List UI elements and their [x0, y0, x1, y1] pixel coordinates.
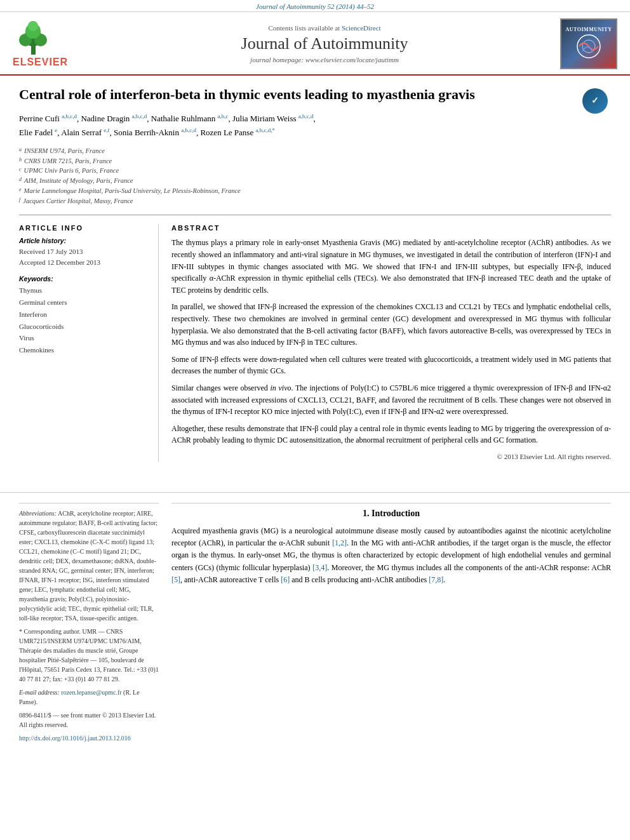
keyword-1: Thymus [19, 284, 148, 297]
article-keywords: Keywords: Thymus Germinal centers Interf… [19, 275, 148, 356]
affil-1: aINSERM U974, Paris, France [19, 146, 611, 156]
article-info-heading: ARTICLE INFO [19, 224, 148, 232]
abstract-para-2: In parallel, we showed that IFN-β increa… [171, 301, 611, 348]
elsevier-logo: ELSEVIER [13, 20, 89, 68]
abstract-para-1: The thymus plays a primary role in early… [171, 237, 611, 296]
doi-link[interactable]: http://dx.doi.org/10.1016/j.jaut.2013.12… [19, 735, 131, 742]
article-accepted: Accepted 12 December 2013 [19, 257, 148, 268]
email-text: E-mail address: rozen.lepanse@upmc.fr (R… [19, 688, 159, 707]
journal-citation-bar: Journal of Autoimmunity 52 (2014) 44–52 [0, 0, 630, 12]
keyword-4: Glucocorticoids [19, 321, 148, 333]
affil-4: dAIM, Institute of Myology, Paris, Franc… [19, 176, 611, 186]
authors-list: Perrine Cufi a,b,c,d, Nadine Dragin a,b,… [19, 112, 611, 140]
issn-text: 0896-8411/$ — see front matter © 2013 El… [19, 710, 159, 730]
keyword-3: Interferon [19, 309, 148, 321]
article-received: Received 17 July 2013 [19, 246, 148, 257]
keyword-5: Virus [19, 332, 148, 344]
crossmark-badge[interactable]: ✓ [579, 85, 611, 117]
science-direct-anchor[interactable]: ScienceDirect [342, 24, 381, 32]
email-link[interactable]: rozen.lepanse@upmc.fr [61, 689, 121, 696]
elsevier-tree-icon [13, 20, 54, 57]
keywords-list: Thymus Germinal centers Interferon Gluco… [19, 284, 148, 356]
elsevier-label: ELSEVIER [13, 57, 68, 68]
ref-5[interactable]: [5] [171, 575, 180, 584]
affil-2: bCNRS UMR 7215, Paris, France [19, 156, 611, 166]
main-bottom: Abbreviations: AChR, acetylcholine recep… [0, 503, 630, 747]
introduction-heading: 1. Introduction [171, 509, 611, 519]
keywords-heading: Keywords: [19, 275, 148, 283]
journal-header: ELSEVIER Contents lists available at Sci… [0, 12, 630, 76]
article-info-abstract: ARTICLE INFO Article history: Received 1… [19, 215, 611, 462]
svg-point-5 [28, 21, 38, 31]
affil-6: fJacques Cartier Hospital, Massy, France [19, 196, 611, 206]
science-direct-link: Contents lists available at ScienceDirec… [89, 24, 560, 32]
abstract-text: The thymus plays a primary role in early… [171, 237, 611, 462]
author-3: Nathalie Ruhlmann a,b,c [151, 114, 229, 123]
article-title: Central role of interferon-beta in thymi… [19, 85, 611, 104]
author-4: Julia Miriam Weiss a,b,c,d [232, 114, 314, 123]
affil-5: eMarie Lannelongue Hospital, Paris-Sud U… [19, 186, 611, 196]
author-5: Elie Fadel e [19, 128, 57, 137]
article-content: Central role of interferon-beta in thymi… [0, 76, 630, 482]
ref-1-2[interactable]: [1,2] [332, 538, 347, 547]
autoimmunity-logo-graphic [570, 34, 608, 59]
abstract-para-5: Altogether, these results demonstrate th… [171, 423, 611, 446]
author-6: Alain Serraf e,f [61, 128, 109, 137]
ref-6[interactable]: [6] [281, 575, 290, 584]
author-2: Nadine Dragin a,b,c,d [81, 114, 147, 123]
ref-3-4[interactable]: [3,4] [312, 563, 327, 572]
article-info-panel: ARTICLE INFO Article history: Received 1… [19, 224, 159, 462]
article-history-heading: Article history: [19, 237, 148, 244]
abstract-panel: ABSTRACT The thymus plays a primary role… [171, 224, 611, 462]
autoimmunity-logo: AUTOIMMUNITY [560, 18, 617, 69]
elsevier-tree-svg [13, 20, 54, 57]
abstract-heading: ABSTRACT [171, 224, 611, 232]
abbreviations-text: Abbreviations: AChR, acetylcholine recep… [19, 509, 159, 623]
introduction-text: Acquired myasthenia gravis (MG) is a neu… [171, 525, 611, 586]
autoimmunity-logo-text: AUTOIMMUNITY [566, 27, 612, 61]
journal-center: Contents lists available at ScienceDirec… [89, 24, 560, 63]
affil-3: cUPMC Univ Paris 6, Paris, France [19, 166, 611, 176]
journal-homepage: journal homepage: www.elsevier.com/locat… [89, 56, 560, 63]
svg-rect-0 [31, 45, 36, 55]
abstract-copyright: © 2013 Elsevier Ltd. All rights reserved… [171, 451, 611, 462]
abbreviations-label: Abbreviations: [19, 510, 57, 517]
author-1: Perrine Cufi a,b,c,d [19, 114, 77, 123]
doi-link-container: http://dx.doi.org/10.1016/j.jaut.2013.12… [19, 733, 159, 743]
journal-title-header: Journal of Autoimmunity [89, 34, 560, 53]
corresponding-author-text: * Corresponding author. UMR — CNRS UMR72… [19, 627, 159, 684]
footnotes-column: Abbreviations: AChR, acetylcholine recep… [19, 503, 159, 747]
affiliations: aINSERM U974, Paris, France bCNRS UMR 72… [19, 146, 611, 206]
autoimmunity-logo-inner: AUTOIMMUNITY [561, 20, 616, 68]
intro-para-1: Acquired myasthenia gravis (MG) is a neu… [171, 525, 611, 586]
introduction-column: 1. Introduction Acquired myasthenia grav… [171, 503, 611, 747]
keyword-6: Chemokines [19, 344, 148, 356]
section-divider [0, 492, 630, 493]
crossmark-icon: ✓ [582, 88, 608, 114]
abstract-para-3: Some of IFN-β effects were down-regulate… [171, 354, 611, 377]
article-history: Article history: Received 17 July 2013 A… [19, 237, 148, 267]
keyword-2: Germinal centers [19, 297, 148, 309]
author-7: Sonia Berrih-Aknin a,b,c,d [114, 128, 196, 137]
journal-citation: Journal of Autoimmunity 52 (2014) 44–52 [256, 3, 374, 10]
ref-7-8[interactable]: [7,8] [429, 575, 443, 584]
author-8: Rozen Le Panse a,b,c,d,* [200, 128, 275, 137]
abstract-para-4: Similar changes were observed in vivo. T… [171, 382, 611, 418]
